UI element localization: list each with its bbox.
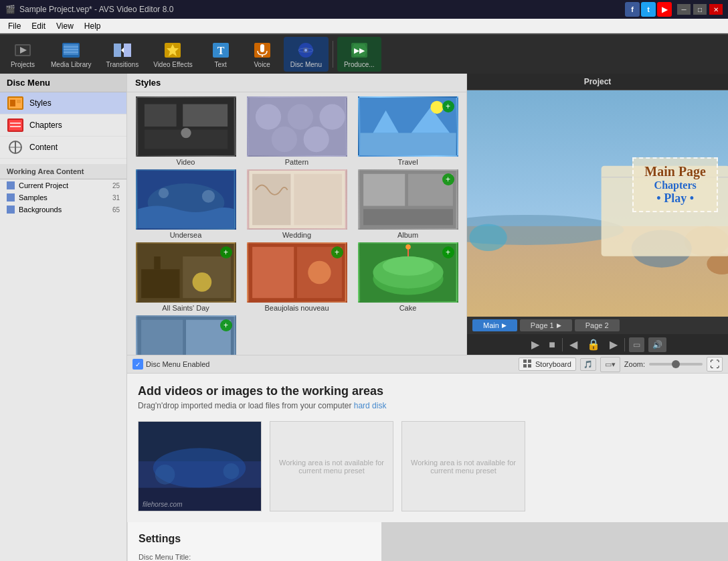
layout-button[interactable]: ▭▾	[600, 357, 620, 372]
music-button[interactable]: 🎵	[580, 358, 596, 371]
disc-enabled-label: Disc Menu Enabled	[146, 360, 209, 368]
settings-panel: Settings Disc Menu Title: Background Mus…	[127, 522, 381, 561]
work-cell-3-na: Working area is not available for curren…	[402, 452, 525, 481]
svg-point-70	[308, 261, 331, 284]
style-item-more1[interactable]: +	[131, 315, 240, 355]
menu-title-preview: Main Page	[644, 164, 706, 179]
restore-button[interactable]: □	[693, 4, 707, 15]
style-thumb-album: +	[358, 169, 458, 230]
nav-page-main[interactable]: Main ▶	[472, 319, 517, 331]
style-item-beaujolais[interactable]: + Beaujolais nouveau	[242, 242, 351, 313]
cake-plus-icon: +	[442, 246, 454, 258]
style-item-cake[interactable]: + Cake	[353, 242, 462, 313]
style-thumb-undersea	[136, 169, 236, 230]
style-item-video[interactable]: Video	[131, 96, 240, 167]
svg-point-45	[271, 127, 296, 152]
style-label-undersea: Undersea	[170, 230, 202, 240]
svg-rect-27	[10, 100, 15, 106]
svg-rect-28	[17, 100, 21, 103]
hard-disk-link[interactable]: hard disk	[354, 401, 387, 410]
styles-grid-container[interactable]: Video Pattern	[127, 92, 466, 355]
styles-button[interactable]: Styles	[0, 92, 126, 114]
style-item-album[interactable]: + Album	[353, 169, 462, 240]
chapters-icon	[7, 118, 24, 133]
svg-rect-91	[528, 359, 531, 363]
nav-page-1[interactable]: Page 1 ▶	[520, 319, 572, 331]
content-icon	[7, 140, 24, 155]
toolbar-text[interactable]: T Text	[201, 37, 241, 72]
zoom-slider[interactable]	[649, 363, 703, 366]
style-item-undersea[interactable]: Undersea	[131, 169, 240, 240]
work-cell-1[interactable]: filehorse.com	[138, 421, 262, 511]
samples-count: 31	[112, 194, 120, 202]
samples-item[interactable]: Samples 31	[0, 191, 126, 204]
toolbar-disc-menu[interactable]: Disc Menu	[284, 37, 329, 72]
chapters-button[interactable]: Chapters	[0, 114, 126, 137]
next-frame-button[interactable]: ▶	[607, 337, 620, 352]
toolbar-produce[interactable]: ▶▶ Produce...	[337, 37, 381, 72]
svg-rect-30	[9, 120, 22, 131]
style-item-saints[interactable]: + All Saints' Day	[131, 242, 240, 313]
svg-marker-10	[121, 48, 124, 53]
toolbar-voice[interactable]: Voice	[242, 37, 282, 72]
style-item-pattern[interactable]: Pattern	[242, 96, 351, 167]
style-item-travel[interactable]: + Travel	[353, 96, 462, 167]
filehorse-watermark: filehorse.com	[143, 501, 182, 508]
svg-rect-78	[141, 320, 183, 355]
play-button[interactable]: ▶	[529, 337, 542, 352]
svg-point-66	[192, 272, 211, 292]
style-label-beaujolais: Beaujolais nouveau	[264, 303, 329, 313]
menu-view[interactable]: View	[51, 20, 79, 32]
toolbar-transitions[interactable]: Transitions	[100, 37, 146, 72]
minimize-button[interactable]: ─	[677, 4, 691, 15]
current-project-icon	[7, 181, 15, 189]
voice-label: Voice	[254, 61, 270, 68]
styles-grid: Video Pattern	[130, 95, 464, 355]
style-item-wedding[interactable]: Wedding	[242, 169, 351, 240]
storyboard-button[interactable]: Storyboard	[519, 357, 576, 371]
close-button[interactable]: ✕	[709, 4, 723, 15]
playback-bar: ▶ ■ ◀ 🔒 ▶ ▭ 🔊	[467, 334, 728, 355]
stop-button[interactable]: ■	[546, 337, 558, 352]
nav-page-2[interactable]: Page 2	[575, 319, 620, 331]
expand-button[interactable]: ⛶	[707, 357, 723, 372]
svg-point-55	[201, 190, 214, 203]
toolbar-video-effects[interactable]: Video Effects	[147, 37, 199, 72]
lock-button[interactable]: 🔒	[584, 337, 603, 352]
menu-help[interactable]: Help	[79, 20, 106, 32]
styles-label: Styles	[29, 98, 52, 108]
toolbar-media-library[interactable]: Media Library	[44, 37, 98, 72]
preview-area: Main Page Chapters • Play •	[467, 90, 728, 317]
svg-text:▶▶: ▶▶	[354, 47, 365, 54]
more1-plus-icon: +	[220, 319, 232, 331]
svg-point-98	[223, 463, 240, 479]
style-label-wedding: Wedding	[282, 230, 311, 240]
svg-point-74	[382, 256, 433, 276]
svg-point-46	[303, 127, 329, 152]
volume-button[interactable]: 🔊	[648, 337, 666, 352]
svg-point-51	[430, 101, 443, 114]
backgrounds-item[interactable]: Backgrounds 65	[0, 204, 126, 216]
style-label-album: Album	[397, 230, 418, 240]
twitter-icon[interactable]: t	[641, 2, 656, 17]
current-project-item[interactable]: Current Project 25	[0, 179, 126, 191]
prev-frame-button[interactable]: ◀	[567, 337, 580, 352]
svg-rect-92	[528, 364, 531, 368]
style-thumb-video	[136, 96, 236, 157]
facebook-icon[interactable]: f	[625, 2, 640, 17]
svg-rect-60	[363, 174, 405, 206]
youtube-icon[interactable]: ▶	[657, 2, 672, 17]
preview-pane: Project	[467, 74, 728, 355]
menu-edit[interactable]: Edit	[26, 20, 51, 32]
aspect-ratio-button[interactable]: ▭	[629, 337, 644, 352]
toolbar-projects[interactable]: Projects	[3, 37, 43, 72]
zoom-label: Zoom:	[624, 360, 645, 368]
settings-title: Settings	[139, 533, 371, 545]
content-button[interactable]: Content	[0, 137, 126, 159]
svg-point-42	[255, 104, 280, 130]
menu-chapters-preview: Chapters	[644, 179, 706, 191]
svg-rect-37	[144, 104, 176, 127]
menu-file[interactable]: File	[3, 20, 26, 32]
svg-point-20	[304, 49, 307, 52]
svg-rect-89	[523, 359, 527, 363]
